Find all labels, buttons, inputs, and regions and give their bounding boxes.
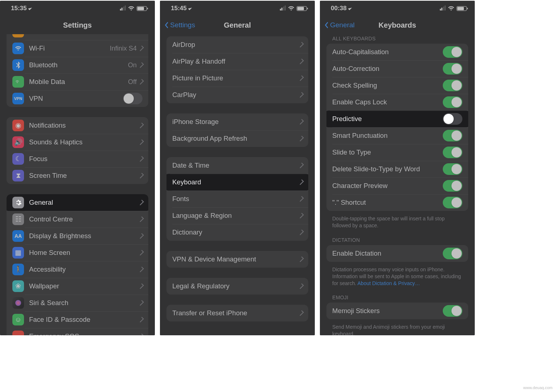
delete-slide-toggle[interactable] [443,163,462,175]
gear-icon [12,197,24,208]
sounds-row[interactable]: 🔊 Sounds & Haptics [7,134,148,151]
auto-cap-row[interactable]: Auto-Capitalisation [326,44,468,60]
check-spelling-toggle[interactable] [443,80,462,91]
enable-dictation-row[interactable]: Enable Dictation [326,245,468,262]
mobile-data-label: Mobile Data [29,78,128,86]
faceid-icon: ☺ [12,314,24,325]
caps-lock-toggle[interactable] [443,96,462,108]
background-refresh-row[interactable]: Background App Refresh [166,130,308,147]
notifications-label: Notifications [29,121,140,129]
display-row[interactable]: AA Display & Brightness [7,228,148,244]
location-icon [348,6,352,10]
notifications-group: ◉ Notifications 🔊 Sounds & Haptics ☾ Foc… [7,117,148,184]
screenshot-general: 15:45 Settings General AirDrop AirPlay &… [160,1,315,335]
accessibility-row[interactable]: 🚶 Accessibility [7,261,148,278]
section-header-all-keyboards: ALL KEYBOARDS [320,34,475,44]
screenshot-keyboards: 00:38 General Keyboards ALL KEYBOARDS Au… [320,1,475,335]
general-group-5: Legal & Regulatory [166,278,308,295]
network-group: Wi-Fi Infinix S4 Bluetooth On ᯤ Mobile D… [7,34,148,107]
airdrop-row[interactable]: AirDrop [166,36,308,53]
siri-row[interactable]: Siri & Search [7,295,148,311]
pip-row[interactable]: Picture in Picture [166,70,308,87]
vpn-icon: VPN [12,93,24,104]
display-icon: AA [12,230,24,242]
predictive-toggle[interactable] [443,113,462,125]
legal-row[interactable]: Legal & Regulatory [166,278,308,295]
sliders-icon: ☷ [12,213,24,225]
dictation-group: Enable Dictation [326,245,468,262]
section-footer-shortcut: Double-tapping the space bar will insert… [320,212,475,236]
watermark: www.deuaq.com [523,385,553,390]
home-screen-label: Home Screen [29,249,140,257]
memoji-row[interactable]: Memoji Stickers [326,303,468,319]
mobile-data-value: Off [128,78,137,86]
home-screen-row[interactable]: ▦ Home Screen [7,244,148,261]
fonts-row[interactable]: Fonts [166,191,308,207]
smart-punct-row[interactable]: Smart Punctuation [326,127,468,144]
section-footer-dictation: Dictation processes many voice inputs on… [320,263,475,293]
language-row[interactable]: Language & Region [166,207,308,224]
bluetooth-row[interactable]: Bluetooth On [7,57,148,73]
notifications-row[interactable]: ◉ Notifications [7,117,148,134]
chevron-left-icon [164,21,169,29]
dictionary-row[interactable]: Dictionary [166,224,308,241]
auto-cap-toggle[interactable] [443,46,462,58]
grid-icon: ▦ [12,247,24,259]
slide-type-row[interactable]: Slide to Type [326,144,468,161]
page-title: Keyboards [378,21,416,29]
shortcut-toggle[interactable] [443,197,462,208]
moon-icon: ☾ [12,153,24,165]
sos-icon [12,331,24,335]
airplay-row[interactable]: AirPlay & Handoff [166,53,308,70]
vpn-toggle[interactable] [123,93,142,104]
antenna-icon: ᯤ [12,76,24,88]
section-header-dictation: DICTATION [320,236,475,245]
smart-punct-toggle[interactable] [443,130,462,141]
vpn-row[interactable]: VPN VPN [7,90,148,107]
keyboard-row[interactable]: Keyboard [166,174,308,191]
check-spelling-row[interactable]: Check Spelling [326,77,468,94]
emergency-row[interactable]: Emergency SOS [7,328,148,335]
chevron-right-icon [138,62,144,68]
auto-correct-row[interactable]: Auto-Correction [326,60,468,77]
wallpaper-row[interactable]: ❀ Wallpaper [7,278,148,295]
focus-row[interactable]: ☾ Focus [7,151,148,167]
char-preview-row[interactable]: Character Preview [326,177,468,194]
nav-bar: Settings General [160,16,315,34]
wifi-value: Infinix S4 [110,45,137,52]
sounds-label: Sounds & Haptics [29,138,140,146]
auto-correct-toggle[interactable] [443,63,462,75]
faceid-row[interactable]: ☺ Face ID & Passcode [7,311,148,328]
memoji-toggle[interactable] [443,305,462,317]
accessibility-icon: 🚶 [12,264,24,275]
status-bar: 15:45 [160,1,315,16]
delete-slide-row[interactable]: Delete Slide-to-Type by Word [326,161,468,177]
shortcut-row[interactable]: "." Shortcut [326,194,468,211]
nav-bar: General Keyboards [320,16,475,34]
dictation-toggle[interactable] [443,248,462,259]
back-button[interactable]: General [324,21,355,29]
general-row[interactable]: General [7,194,148,211]
predictive-row[interactable]: Predictive [326,111,468,127]
vpn-device-row[interactable]: VPN & Device Management [166,251,308,268]
general-group-6: Transfer or Reset iPhone [166,305,308,321]
vpn-label: VPN [29,95,123,103]
carplay-row[interactable]: CarPlay [166,87,308,103]
slide-type-toggle[interactable] [443,147,462,158]
wifi-row[interactable]: Wi-Fi Infinix S4 [7,40,148,57]
dictation-privacy-link[interactable]: About Dictation & Privacy… [357,280,420,286]
general-group: General ☷ Control Centre AA Display & Br… [7,194,148,335]
mobile-data-row[interactable]: ᯤ Mobile Data Off [7,73,148,90]
char-preview-toggle[interactable] [443,180,462,192]
screen-time-row[interactable]: ⧗ Screen Time [7,167,148,184]
location-icon [188,6,192,10]
back-button[interactable]: Settings [164,21,195,29]
date-time-row[interactable]: Date & Time [166,157,308,174]
storage-row[interactable]: iPhone Storage [166,113,308,130]
control-centre-row[interactable]: ☷ Control Centre [7,211,148,228]
caps-lock-row[interactable]: Enable Caps Lock [326,94,468,111]
battery-icon [457,6,467,11]
bluetooth-icon [12,59,24,71]
transfer-reset-row[interactable]: Transfer or Reset iPhone [166,305,308,321]
general-group-3: Date & Time Keyboard Fonts Language & Re… [166,157,308,241]
